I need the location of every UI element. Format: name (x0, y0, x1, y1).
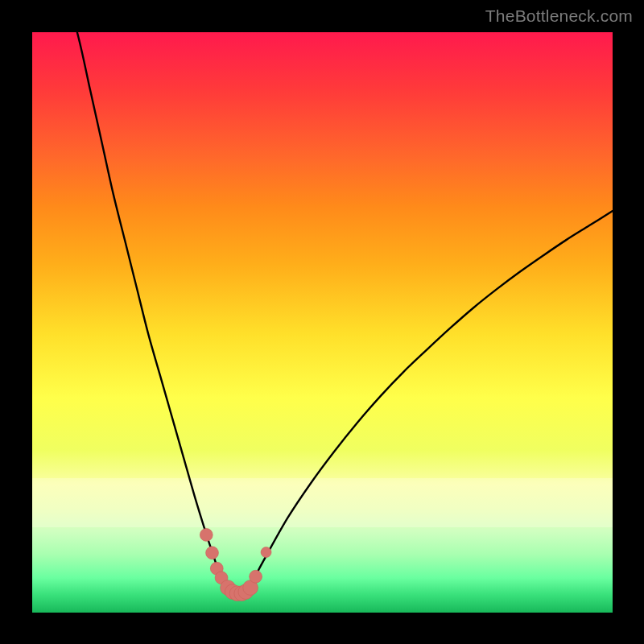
curve-marker (200, 528, 213, 541)
curve-marker (261, 547, 271, 558)
curve-layer (32, 32, 613, 613)
chart-frame: TheBottleneck.com (0, 0, 644, 644)
plot-area (32, 32, 613, 613)
bottleneck-curve (61, 0, 613, 594)
watermark-text: TheBottleneck.com (485, 6, 633, 26)
curve-marker (250, 570, 262, 583)
curve-marker (206, 547, 219, 559)
